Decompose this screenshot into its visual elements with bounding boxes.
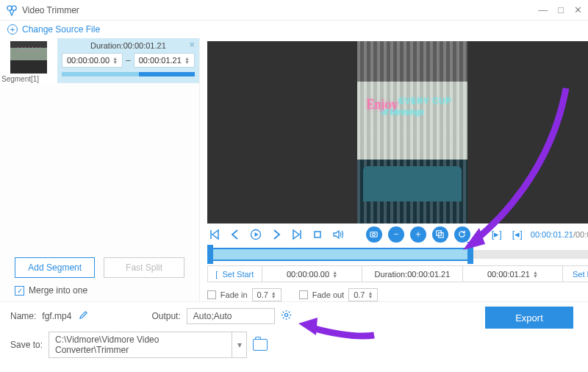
save-dropdown-icon[interactable]: ▾ — [232, 332, 247, 358]
play-icon[interactable] — [248, 227, 263, 242]
spinner-icon[interactable]: ▲▼ — [184, 57, 190, 64]
next-frame-icon[interactable] — [269, 227, 284, 242]
segment-thumbnail[interactable] — [10, 41, 47, 74]
segments-panel: Segment[1] × Duration:00:00:01.21 00:00:… — [0, 38, 200, 301]
fade-in-input[interactable]: 0.7▲▼ — [252, 288, 282, 301]
trim-duration-display[interactable]: Duration:00:00:01.21 — [362, 266, 462, 282]
segment-remove-button[interactable]: × — [190, 40, 195, 50]
output-settings-gear-icon[interactable] — [281, 310, 292, 323]
app-title: Video Trimmer — [22, 5, 79, 15]
trim-start-input[interactable]: 00:00:00.00▲▼ — [262, 266, 362, 282]
app-logo-icon — [6, 4, 18, 16]
total-time: /00:00:02.16 — [573, 230, 588, 239]
change-source-file-button[interactable]: + Change Source File — [0, 21, 588, 38]
change-source-label: Change Source File — [22, 24, 100, 35]
preview-panel: Enjoy EVERY CUP of blessings － ＋ [▸] [◂] — [200, 38, 588, 301]
output-label: Output: — [151, 311, 180, 321]
output-value[interactable]: Auto;Auto — [187, 308, 275, 324]
current-time: 00:00:01.21 — [531, 230, 573, 239]
trim-handle-end[interactable] — [467, 245, 473, 264]
segment-end-input[interactable]: 00:00:01.21▲▼ — [134, 53, 195, 68]
edit-name-icon[interactable] — [79, 310, 88, 322]
trim-handle-start[interactable] — [207, 245, 213, 264]
segment-duration-label: Duration:00:00:01.21 — [62, 41, 195, 50]
trim-selection[interactable] — [207, 248, 470, 261]
fade-in-label: Fade in — [220, 290, 248, 299]
goto-end-icon[interactable] — [290, 227, 304, 242]
video-frame: Enjoy EVERY CUP of blessings — [357, 41, 467, 223]
fade-out-label: Fade out — [312, 290, 344, 299]
video-preview[interactable]: Enjoy EVERY CUP of blessings — [207, 41, 588, 223]
plus-circle-icon: + — [7, 24, 18, 35]
main-area: Segment[1] × Duration:00:00:01.21 00:00:… — [0, 38, 588, 301]
save-to-label: Save to: — [10, 340, 43, 350]
svg-point-5 — [373, 233, 376, 236]
name-value: fgf.mp4 — [42, 311, 71, 321]
segment-mini-bar[interactable] — [62, 72, 195, 76]
save-to-path[interactable]: C:\Vidmore\Vidmore Video Converter\Trimm… — [49, 332, 232, 358]
neon-text: EVERY CUP — [398, 96, 451, 105]
fade-in-control[interactable]: Fade in 0.7▲▼ — [207, 288, 282, 301]
name-label: Name: — [10, 311, 36, 321]
prev-frame-icon[interactable] — [228, 227, 243, 242]
bracket-in-icon[interactable]: [▸] — [490, 227, 504, 242]
trim-values-row: [ Set Start 00:00:00.00▲▼ Duration:00:00… — [207, 265, 588, 282]
checkbox-unchecked-icon[interactable] — [207, 290, 216, 299]
spinner-icon[interactable]: ▲▼ — [112, 57, 118, 64]
export-button[interactable]: Export — [485, 307, 573, 329]
segment-row[interactable]: Segment[1] × Duration:00:00:01.21 00:00:… — [0, 38, 199, 83]
dash-sep: – — [126, 55, 131, 65]
stop-icon[interactable] — [310, 227, 325, 242]
bracket-out-icon[interactable]: [◂] — [510, 227, 525, 242]
segment-thumb-col: Segment[1] — [0, 38, 57, 83]
zoom-in-button[interactable]: ＋ — [410, 226, 426, 243]
svg-rect-3 — [315, 232, 320, 237]
open-folder-icon[interactable] — [253, 339, 268, 351]
bottom-bar: Name: fgf.mp4 Output: Auto;Auto Save to:… — [0, 301, 588, 364]
zoom-out-button[interactable]: － — [388, 226, 404, 243]
fade-row: Fade in 0.7▲▼ Fade out 0.7▲▼ — [207, 288, 588, 301]
neon-text: of blessings — [381, 107, 423, 116]
time-display: 00:00:01.21/00:00:02.16 — [531, 230, 588, 239]
volume-icon[interactable] — [331, 227, 345, 242]
merge-checkbox-row[interactable]: ✓ Merge into one — [0, 281, 199, 301]
merge-label: Merge into one — [29, 285, 87, 296]
set-end-button[interactable]: Set End ] — [563, 266, 588, 282]
trim-timeline[interactable] — [207, 245, 588, 261]
fade-out-input[interactable]: 0.7▲▼ — [348, 288, 378, 301]
add-segment-button[interactable]: Add Segment — [15, 257, 95, 278]
maximize-button[interactable]: □ — [558, 4, 564, 15]
titlebar: Video Trimmer — □ ✕ — [0, 0, 588, 21]
segment-label: Segment[1] — [1, 75, 57, 83]
copy-segment-button[interactable] — [432, 226, 448, 243]
svg-point-8 — [284, 313, 287, 316]
fade-out-control[interactable]: Fade out 0.7▲▼ — [299, 288, 379, 301]
segment-duration-panel: × Duration:00:00:01.21 00:00:00.00▲▼ – 0… — [57, 38, 199, 83]
fast-split-button: Fast Split — [104, 257, 184, 278]
trim-end-input[interactable]: 00:00:01.21▲▼ — [463, 266, 563, 282]
reset-button[interactable] — [454, 226, 470, 243]
minimize-button[interactable]: — — [538, 4, 548, 15]
checkbox-checked-icon[interactable]: ✓ — [15, 286, 24, 296]
segment-start-input[interactable]: 00:00:00.00▲▼ — [62, 53, 123, 68]
checkbox-unchecked-icon[interactable] — [299, 290, 308, 299]
set-start-button[interactable]: [ Set Start — [208, 266, 262, 282]
goto-start-icon[interactable] — [207, 227, 222, 242]
close-button[interactable]: ✕ — [574, 4, 582, 15]
player-controls: － ＋ [▸] [◂] 00:00:01.21/00:00:02.16 — [207, 223, 588, 245]
snapshot-button[interactable] — [366, 226, 382, 243]
